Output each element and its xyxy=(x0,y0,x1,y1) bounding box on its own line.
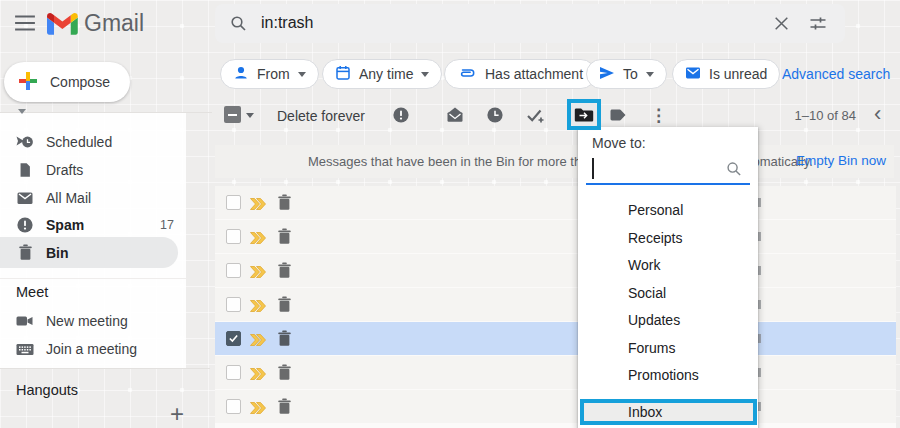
delete-icon[interactable] xyxy=(277,228,292,249)
menu-item-forums[interactable]: Forums xyxy=(578,335,758,363)
gmail-logo-icon[interactable] xyxy=(47,11,78,39)
plus-multicolor-icon xyxy=(18,71,38,94)
mark-as-read-icon[interactable] xyxy=(443,103,467,127)
advanced-search-link[interactable]: Advanced search xyxy=(782,66,890,82)
select-dropdown-icon[interactable] xyxy=(246,113,254,118)
move-to-button[interactable] xyxy=(571,103,597,126)
move-to-menu: Move to: Personal Receipts Work Social U… xyxy=(578,127,758,428)
menu-item-inbox[interactable]: Inbox xyxy=(584,403,753,421)
chip-from[interactable]: From xyxy=(220,59,319,89)
delete-icon[interactable] xyxy=(277,398,292,419)
delete-icon[interactable] xyxy=(277,296,292,317)
chip-is-unread[interactable]: Is unread xyxy=(672,59,780,89)
sidebar-item-scheduled[interactable]: Scheduled xyxy=(0,128,186,156)
text-cursor xyxy=(592,158,594,179)
row-checkbox[interactable] xyxy=(226,297,241,312)
hangouts-section-header: Hangouts xyxy=(16,382,78,398)
mail-row-selected[interactable] xyxy=(215,322,896,355)
move-to-menu-title: Move to: xyxy=(592,135,646,151)
mail-row[interactable] xyxy=(215,220,896,253)
video-camera-icon xyxy=(16,312,34,330)
importance-marker-icon[interactable] xyxy=(250,366,266,384)
trash-icon xyxy=(16,244,34,262)
delete-icon[interactable] xyxy=(277,330,292,351)
mail-row[interactable] xyxy=(215,186,896,219)
add-contact-button[interactable]: + xyxy=(170,400,184,428)
sidebar-item-all-mail[interactable]: All Mail xyxy=(0,184,186,212)
paperclip-icon xyxy=(457,66,477,82)
sidebar-item-spam[interactable]: Spam 17 xyxy=(0,211,186,239)
row-checkbox[interactable] xyxy=(226,365,241,380)
empty-bin-now-link[interactable]: Empty Bin now xyxy=(796,153,886,168)
truncated-text xyxy=(758,402,761,411)
truncated-text xyxy=(758,368,761,377)
row-checkbox[interactable] xyxy=(226,399,241,414)
meet-section-header: Meet xyxy=(16,284,48,300)
truncated-text xyxy=(758,334,761,343)
chip-has-attachment[interactable]: Has attachment xyxy=(444,59,596,89)
sidebar-item-bin[interactable]: Bin xyxy=(0,237,178,268)
schedule-send-icon xyxy=(16,133,34,151)
chip-any-time[interactable]: Any time xyxy=(322,59,442,89)
chevron-down-icon xyxy=(298,72,306,77)
menu-item-promotions[interactable]: Promotions xyxy=(578,362,758,390)
sidebar-item-join-meeting[interactable]: Join a meeting xyxy=(0,335,186,363)
mail-row[interactable] xyxy=(215,390,896,423)
search-options-icon[interactable] xyxy=(809,15,827,36)
add-to-tasks-icon[interactable] xyxy=(523,103,547,127)
gmail-window: Gmail in:trash From Any time Has attachm… xyxy=(0,0,900,428)
delete-icon[interactable] xyxy=(277,262,292,283)
inbox-highlight-box: Inbox xyxy=(580,399,757,425)
select-all-checkbox[interactable] xyxy=(224,106,241,123)
importance-marker-icon[interactable] xyxy=(250,298,266,316)
labels-icon[interactable] xyxy=(606,103,630,127)
delete-icon[interactable] xyxy=(277,194,292,215)
envelope-icon xyxy=(685,65,701,84)
search-icon xyxy=(726,161,742,181)
snooze-icon[interactable] xyxy=(483,103,507,127)
importance-marker-icon[interactable] xyxy=(250,332,266,350)
newer-page-chevron-icon[interactable]: ‹ xyxy=(874,103,881,125)
indeterminate-mark xyxy=(228,114,237,116)
importance-marker-icon[interactable] xyxy=(250,264,266,282)
calendar-icon xyxy=(335,65,351,84)
importance-marker-icon[interactable] xyxy=(250,196,266,214)
sidebar-item-drafts[interactable]: Drafts xyxy=(0,156,186,184)
bin-notice-banner: Messages that have been in the Bin for m… xyxy=(215,145,894,178)
menu-item-receipts[interactable]: Receipts xyxy=(578,225,758,253)
mail-row[interactable] xyxy=(215,254,896,287)
menu-item-social[interactable]: Social xyxy=(578,280,758,308)
row-checkbox[interactable] xyxy=(226,263,241,278)
menu-item-work[interactable]: Work xyxy=(578,252,758,280)
main-menu-button[interactable] xyxy=(14,13,40,35)
search-icon[interactable] xyxy=(230,15,247,36)
more-options-icon[interactable]: ⋮ xyxy=(650,105,667,126)
person-icon xyxy=(233,65,249,83)
delete-forever-button[interactable]: Delete forever xyxy=(277,108,365,124)
delete-icon[interactable] xyxy=(277,364,292,385)
draft-icon xyxy=(16,161,34,179)
app-title: Gmail xyxy=(84,10,144,37)
mail-row[interactable] xyxy=(215,356,896,389)
menu-item-updates[interactable]: Updates xyxy=(578,307,758,335)
importance-marker-icon[interactable] xyxy=(250,400,266,418)
menu-item-personal[interactable]: Personal xyxy=(578,197,758,225)
search-input[interactable]: in:trash xyxy=(261,14,313,32)
row-checkbox-checked[interactable] xyxy=(226,331,241,346)
mail-row[interactable] xyxy=(215,288,896,321)
compose-button[interactable]: Compose xyxy=(4,62,130,102)
importance-marker-icon[interactable] xyxy=(250,230,266,248)
clear-search-icon[interactable] xyxy=(774,16,789,35)
report-spam-icon[interactable] xyxy=(389,103,413,127)
input-underline xyxy=(586,183,750,185)
label-search-input[interactable] xyxy=(586,155,750,183)
move-to-highlight-box xyxy=(567,99,601,130)
spam-count-badge: 17 xyxy=(160,218,174,232)
truncated-text xyxy=(758,266,761,275)
search-bar[interactable]: in:trash xyxy=(215,4,845,43)
row-checkbox[interactable] xyxy=(226,229,241,244)
chip-to[interactable]: To xyxy=(586,59,667,89)
sidebar-item-new-meeting[interactable]: New meeting xyxy=(0,307,186,335)
pagination-label: 1–10 of 84 xyxy=(770,108,856,123)
row-checkbox[interactable] xyxy=(226,195,241,210)
